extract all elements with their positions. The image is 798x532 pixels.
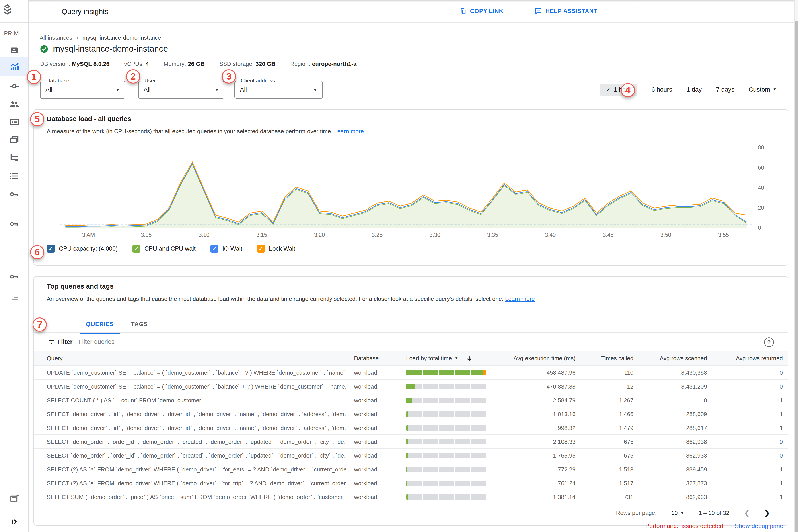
load-bar xyxy=(406,425,486,431)
sidebar-item-system-keys[interactable] xyxy=(0,267,28,286)
collapse-panel-button[interactable] xyxy=(0,512,28,531)
sidebar-item-databases[interactable] xyxy=(0,113,28,131)
x-axis-tick: 3:05 xyxy=(131,232,162,238)
copy-icon xyxy=(459,7,467,15)
rows-per-page-label: Rows per page: xyxy=(616,510,657,516)
next-page-button[interactable]: ❯ xyxy=(764,509,770,517)
breadcrumb-all-instances[interactable]: All instances xyxy=(40,34,72,41)
query-table-row[interactable]: SELECT `demo_driver` . `id` , `demo_driv… xyxy=(34,421,788,435)
time-range-6-hours[interactable]: 6 hours xyxy=(651,86,672,93)
chevron-down-icon: ▼ xyxy=(773,87,777,92)
show-debug-panel-link[interactable]: Show debug panel xyxy=(735,522,785,530)
x-axis-tick: 3:35 xyxy=(477,232,508,238)
filter-queries-input[interactable]: Filter queries xyxy=(78,333,115,351)
load-bar xyxy=(406,453,486,458)
release-notes-icon xyxy=(9,493,20,504)
query-table-row[interactable]: SELECT COUNT ( * ) AS `__count` FROM `de… xyxy=(34,393,788,407)
query-text: SELECT `demo_driver` . `id` , `demo_driv… xyxy=(47,421,346,435)
sidebar-item-misc-lines[interactable] xyxy=(0,290,28,308)
query-table-row[interactable]: SELECT `demo_order` . `order_id` , `demo… xyxy=(34,434,788,449)
legend-checkbox-cpu-capacity-4-000-[interactable]: ✓ CPU capacity: (4.000) xyxy=(47,245,118,253)
sidebar-item-connections[interactable] xyxy=(0,77,28,96)
avg-rows-returned: 1 xyxy=(711,462,783,476)
prev-page-button[interactable]: ❮ xyxy=(744,509,749,517)
sidebar-item-users[interactable] xyxy=(0,95,28,113)
legend-checkbox-cpu-and-cpu-wait[interactable]: ✓ CPU and CPU wait xyxy=(132,245,196,253)
query-text: SELECT SUM ( `demo_order` . `price` ) AS… xyxy=(47,490,346,504)
query-table-row[interactable]: SELECT `demo_order` . `order_id` , `demo… xyxy=(34,448,788,462)
database-load-chart xyxy=(56,144,754,229)
annotation-circle-2: 2 xyxy=(126,69,140,83)
annotation-circle-4: 4 xyxy=(621,83,635,97)
connections-icon xyxy=(9,81,20,92)
rows-per-page-select[interactable]: 10 ▼ xyxy=(671,510,684,516)
cloud-sql-logo-icon[interactable] xyxy=(0,3,28,18)
filter-select-client-address[interactable]: Client address All ▼ xyxy=(235,81,323,99)
load-bar xyxy=(406,480,486,486)
sidebar-item-release-notes[interactable] xyxy=(0,489,28,508)
database-name: workload xyxy=(354,380,403,394)
sidebar-item-operations[interactable] xyxy=(0,167,28,185)
chart-legend: ✓ CPU capacity: (4.000)✓ CPU and CPU wai… xyxy=(47,245,295,253)
chart-learn-more-link[interactable]: Learn more xyxy=(334,128,364,135)
times-called: 1,267 xyxy=(580,394,633,407)
avg-exec-time: 1,381.14 xyxy=(482,490,576,504)
query-table-row[interactable]: UPDATE `demo_customer` SET `balance` = (… xyxy=(34,379,788,394)
sidebar-item-query-insights[interactable] xyxy=(0,57,28,76)
database-name: workload xyxy=(354,476,403,490)
legend-checkbox-io-wait[interactable]: ✓ IO Wait xyxy=(210,245,242,253)
avg-rows-scanned: 0 xyxy=(638,394,707,407)
sidebar-divider xyxy=(0,510,28,510)
time-range-custom[interactable]: Custom▼ xyxy=(749,86,777,93)
operations-icon xyxy=(9,171,20,181)
query-text: UPDATE `demo_customer` SET `balance` = (… xyxy=(47,380,346,394)
query-table-row[interactable]: UPDATE `demo_customer` SET `balance` = (… xyxy=(34,365,788,380)
top-queries-learn-more-link[interactable]: Learn more xyxy=(505,296,535,302)
query-text: SELECT COUNT ( * ) AS `__count` FROM `de… xyxy=(47,394,346,407)
avg-exec-time: 772.29 xyxy=(482,462,576,476)
checkbox-checked-icon: ✓ xyxy=(210,245,219,253)
sidebar-item-overview[interactable] xyxy=(0,41,28,60)
database-name: workload xyxy=(354,435,403,449)
database-name: workload xyxy=(354,421,403,435)
help-icon[interactable]: ? xyxy=(764,337,774,347)
query-table-row[interactable]: SELECT `demo_driver` . `id` , `demo_driv… xyxy=(34,407,788,421)
annotation-circle-3: 3 xyxy=(222,69,236,83)
instance-stat: Memory:26 GB xyxy=(164,61,205,68)
sidebar-item-integrations[interactable] xyxy=(0,214,28,233)
x-axis-tick: 3:25 xyxy=(361,232,393,238)
query-table-row[interactable]: SELECT (?) AS `a` FROM `demo_driver` WHE… xyxy=(34,462,788,476)
database-name: workload xyxy=(354,394,403,407)
avg-rows-scanned: 339,459 xyxy=(638,462,707,476)
help-assistant-button[interactable]: HELP ASSISTANT xyxy=(534,0,597,22)
x-axis-tick: 3:45 xyxy=(593,232,624,238)
time-range-7-days[interactable]: 7 days xyxy=(716,86,735,93)
sidebar-item-backups[interactable] xyxy=(0,131,28,149)
annotation-circle-6: 6 xyxy=(30,245,44,259)
query-table-row[interactable]: SELECT (?) AS `a` FROM `demo_driver` WHE… xyxy=(34,476,788,490)
filter-list-icon xyxy=(48,338,56,346)
avg-exec-time: 458,487.96 xyxy=(482,366,576,380)
legend-checkbox-lock-wait[interactable]: ✓ Lock Wait xyxy=(257,245,295,253)
scrollbar-thumb[interactable] xyxy=(795,21,798,532)
x-axis-tick: 3 AM xyxy=(73,232,104,238)
database-name: workload xyxy=(354,407,403,421)
filter-select-user[interactable]: User All ▼ xyxy=(138,81,224,99)
chevron-down-icon: ▼ xyxy=(313,81,317,98)
app-header: Query insights COPY LINK HELP ASSISTANT xyxy=(0,0,798,22)
avg-rows-returned: 1 xyxy=(711,407,783,421)
filter-select-database[interactable]: Database All ▼ xyxy=(40,81,125,99)
copy-link-button[interactable]: COPY LINK xyxy=(459,0,503,22)
backups-icon xyxy=(9,135,20,145)
time-range-1-day[interactable]: 1 day xyxy=(687,86,702,93)
query-table-row[interactable]: SELECT SUM ( `demo_order` . `price` ) AS… xyxy=(34,490,788,504)
sidebar-item-ssl-keys[interactable] xyxy=(0,185,28,204)
sort-desc-icon xyxy=(465,355,473,362)
instance-stat: vCPUs:4 xyxy=(124,61,149,68)
sidebar-item-replicas[interactable] xyxy=(0,148,28,167)
tab-queries[interactable]: QUERIES xyxy=(79,316,120,334)
page-scrollbar[interactable] xyxy=(794,0,798,532)
query-filter-bar[interactable]: Filter Filter queries ? xyxy=(34,333,788,351)
avg-exec-time: 761.24 xyxy=(482,476,576,490)
tab-tags[interactable]: TAGS xyxy=(125,316,154,333)
